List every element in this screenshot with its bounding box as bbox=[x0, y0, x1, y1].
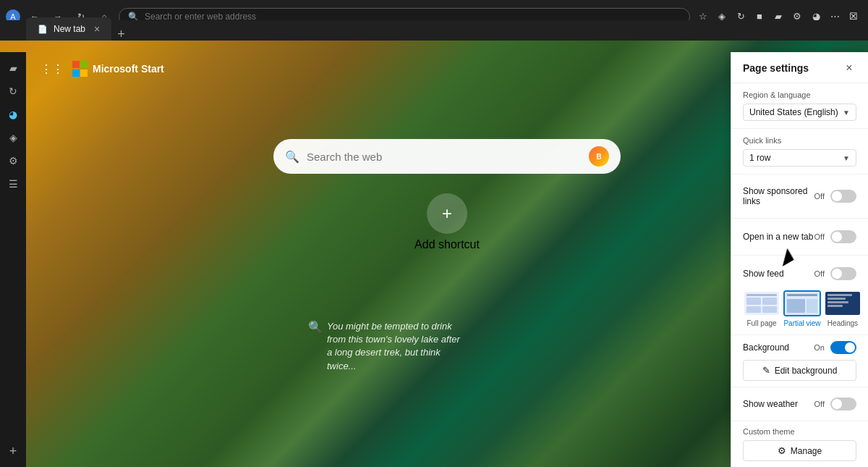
feed-state: Off bbox=[814, 269, 825, 278]
sidebar-add-icon[interactable]: + bbox=[3, 441, 23, 461]
sponsored-toggle-knob bbox=[832, 191, 842, 201]
quick-links-value: 1 row bbox=[749, 153, 770, 163]
sponsored-toggle-row: Show sponsored links Off bbox=[743, 182, 856, 211]
settings-title: Page settings bbox=[743, 62, 809, 74]
background-row: Background On bbox=[743, 341, 856, 354]
sidebar-collections-icon[interactable]: ▰ bbox=[3, 58, 23, 78]
headings-label: Headings bbox=[827, 319, 858, 327]
sidebar-settings-icon[interactable]: ⚙ bbox=[3, 151, 23, 171]
search-box: 🔍 B bbox=[273, 139, 621, 174]
weather-toggle-wrapper: Off bbox=[814, 397, 856, 411]
background-section: Background On ✎ Edit background bbox=[731, 335, 868, 387]
tab-bar: 📄 New tab × + bbox=[0, 20, 868, 41]
region-label: Region & language bbox=[743, 91, 856, 99]
headings-view[interactable]: Headings bbox=[824, 290, 861, 327]
sponsored-label: Show sponsored links bbox=[743, 186, 814, 206]
feed-views: Full page Partial view bbox=[743, 290, 856, 327]
add-shortcut-circle: + bbox=[427, 193, 467, 234]
background-toggle-knob bbox=[845, 342, 855, 353]
sponsored-toggle-wrapper: Off bbox=[814, 190, 856, 203]
weather-toggle-row: Show weather Off bbox=[743, 393, 856, 415]
sidebar-copilot-icon[interactable]: ◕ bbox=[3, 104, 23, 125]
quick-links-dropdown[interactable]: 1 row ▼ bbox=[743, 149, 856, 167]
new-tab-label: Open in a new tab bbox=[743, 232, 813, 242]
search-magnifier-icon: 🔍 bbox=[285, 150, 299, 164]
add-shortcut-button[interactable]: + Add shortcut bbox=[414, 193, 480, 251]
region-value: United States (English) bbox=[749, 107, 838, 117]
sidebar: ▰ ↻ ◕ ◈ ⚙ ☰ + bbox=[0, 52, 26, 467]
weather-state: Off bbox=[814, 400, 825, 408]
new-tab-state: Off bbox=[814, 232, 825, 241]
ms-logo-icon bbox=[72, 61, 88, 77]
article-search-icon: 🔍 bbox=[308, 320, 323, 334]
active-tab[interactable]: 📄 New tab × bbox=[26, 17, 111, 41]
sidebar-readinglist-icon[interactable]: ☰ bbox=[3, 174, 23, 194]
feed-toggle-row: Show feed Off bbox=[743, 263, 856, 285]
weather-toggle[interactable] bbox=[830, 397, 856, 411]
feed-toggle-knob bbox=[832, 269, 842, 279]
new-tab-section: Open in a new tab Off bbox=[731, 219, 868, 256]
region-dropdown[interactable]: United States (English) ▼ bbox=[743, 104, 856, 121]
search-container: 🔍 B bbox=[273, 139, 621, 174]
new-tab-toggle-row: Open in a new tab Off bbox=[743, 226, 856, 248]
background-label: Background bbox=[743, 342, 789, 353]
weather-section: Show weather Off bbox=[731, 387, 868, 421]
tab-title: New tab bbox=[54, 24, 85, 34]
grid-menu-icon[interactable]: ⋮⋮ bbox=[41, 62, 64, 76]
custom-theme-label: Custom theme bbox=[743, 427, 856, 436]
tab-icon: 📄 bbox=[38, 25, 48, 34]
custom-theme-section: Custom theme ⚙ Manage bbox=[731, 421, 868, 467]
ms-start-label: Microsoft Start bbox=[93, 63, 164, 75]
feed-label: Show feed bbox=[743, 269, 784, 279]
sponsored-section: Show sponsored links Off bbox=[731, 174, 868, 219]
edit-background-button[interactable]: ✎ Edit background bbox=[743, 360, 856, 381]
sidebar-history-icon[interactable]: ↻ bbox=[3, 81, 23, 101]
bing-logo: B bbox=[589, 146, 609, 167]
new-tab-button[interactable]: + bbox=[111, 28, 131, 41]
quick-links-arrow: ▼ bbox=[843, 154, 850, 162]
partial-view-label: Partial view bbox=[783, 319, 820, 327]
manage-theme-button[interactable]: ⚙ Manage bbox=[743, 440, 856, 461]
article-text: You might be tempted to drink from this … bbox=[327, 320, 467, 373]
page-settings-panel: Page settings × Region & language United… bbox=[731, 52, 868, 467]
new-tab-toggle-wrapper: Off bbox=[814, 230, 856, 243]
full-page-view[interactable]: Full page bbox=[743, 290, 780, 327]
sponsored-state: Off bbox=[814, 192, 825, 201]
edit-background-label: Edit background bbox=[775, 366, 838, 376]
region-section: Region & language United States (English… bbox=[731, 83, 868, 129]
new-tab-toggle-knob bbox=[832, 232, 842, 242]
edit-background-icon: ✎ bbox=[762, 365, 770, 376]
partial-view[interactable]: Partial view bbox=[783, 290, 821, 327]
region-dropdown-arrow: ▼ bbox=[843, 109, 850, 117]
feed-toggle[interactable] bbox=[830, 267, 856, 280]
full-page-thumbnail bbox=[743, 290, 780, 316]
ms-start-logo: Microsoft Start bbox=[72, 61, 164, 77]
new-tab-toggle[interactable] bbox=[830, 230, 856, 243]
background-state: On bbox=[814, 343, 825, 352]
headings-thumbnail bbox=[824, 290, 861, 316]
background-toggle[interactable] bbox=[830, 341, 856, 354]
feed-toggle-wrapper: Off bbox=[814, 267, 856, 280]
manage-label: Manage bbox=[791, 446, 822, 456]
article-card[interactable]: 🔍 You might be tempted to drink from thi… bbox=[308, 320, 467, 373]
close-settings-button[interactable]: × bbox=[842, 61, 856, 75]
settings-header: Page settings × bbox=[731, 52, 868, 83]
sponsored-toggle[interactable] bbox=[830, 190, 856, 203]
full-page-label: Full page bbox=[746, 319, 776, 327]
weather-label: Show weather bbox=[743, 399, 798, 409]
tab-close-icon[interactable]: × bbox=[94, 23, 100, 35]
feed-section: Show feed Off bbox=[731, 256, 868, 335]
partial-view-thumbnail bbox=[783, 290, 821, 316]
search-input[interactable] bbox=[307, 151, 582, 163]
add-shortcut-label: Add shortcut bbox=[414, 238, 480, 251]
background-toggle-wrapper: On bbox=[814, 341, 856, 354]
quick-links-label: Quick links bbox=[743, 136, 856, 145]
weather-toggle-knob bbox=[832, 399, 842, 409]
quick-links-section: Quick links 1 row ▼ bbox=[731, 129, 868, 174]
sidebar-games-icon[interactable]: ◈ bbox=[3, 127, 23, 148]
manage-icon: ⚙ bbox=[778, 445, 786, 456]
